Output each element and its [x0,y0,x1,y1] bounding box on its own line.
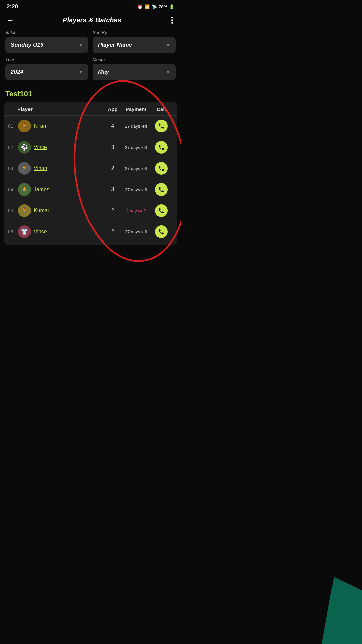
filter-row-2: Year 2024 ▼ Month May ▼ [5,57,176,80]
alarm-icon: ⏰ [137,4,143,9]
section-title: Test101 [0,88,181,102]
page-title: Players & Batches [63,16,121,24]
call-cell [149,162,173,175]
call-button[interactable] [155,183,168,196]
player-cell: 01 🏃 Kiran [8,120,103,132]
col-header-call: Call [149,106,173,112]
avatar: ⚽ [18,141,31,154]
player-name-link[interactable]: James [34,186,49,193]
player-num: 05 [8,208,15,213]
year-filter-group: Year 2024 ▼ [5,57,88,80]
table-row: 03 🏃 Vihan 2 27 days left [4,158,177,179]
call-cell [149,204,173,217]
player-name-link[interactable]: Kumar [34,208,49,214]
batch-value: Sunday U19 [11,42,43,48]
month-label: Month [93,57,176,62]
app-count: 2 [103,229,123,235]
call-cell [149,141,173,154]
year-value: 2024 [11,69,23,75]
payment-status: 27 days left [123,124,149,129]
more-dot-3 [171,22,173,24]
sortby-label: Sort By [93,30,176,35]
player-name-link[interactable]: Vihan [34,165,47,171]
call-cell [149,225,173,238]
more-options-button[interactable] [170,15,174,25]
payment-status: 2 days left [123,208,149,213]
player-name-link[interactable]: Vince [34,144,47,150]
player-cell: 02 ⚽ Vince [8,141,103,154]
batch-chevron-icon: ▼ [78,42,83,48]
payment-status: 27 days left [123,187,149,192]
batch-label: Batch [5,30,88,35]
app-count: 3 [103,186,123,193]
player-name-link[interactable]: Vince [34,229,47,235]
col-header-payment: Payment [123,106,149,112]
player-num: 02 [8,145,15,150]
year-dropdown[interactable]: 2024 ▼ [5,64,88,80]
header: ← Players & Batches [0,12,181,30]
wifi-icon: 📶 [144,4,150,9]
battery-label: 78% [159,4,167,9]
status-icons: ⏰ 📶 📡 78% 🔋 [137,4,174,9]
table-body: 01 🏃 Kiran 4 27 days left 02 ⚽ Vince 3 2… [4,116,177,242]
filters-section: Batch Sunday U19 ▼ Sort By Player Name ▼… [0,30,181,88]
sortby-value: Player Name [98,42,132,48]
player-num: 03 [8,166,15,171]
call-cell [149,183,173,196]
call-button[interactable] [155,225,168,238]
player-cell: 04 🧍 James [8,183,103,196]
sortby-dropdown[interactable]: Player Name ▼ [93,37,176,53]
call-cell [149,120,173,132]
year-label: Year [5,57,88,62]
avatar: 👕 [18,225,31,238]
call-button[interactable] [155,120,168,132]
app-count: 2 [103,165,123,171]
call-button[interactable] [155,141,168,154]
avatar: 🏃 [18,120,31,132]
batch-dropdown[interactable]: Sunday U19 ▼ [5,37,88,53]
players-table: Player App Payment Call 01 🏃 Kiran 4 27 … [4,102,177,245]
app-count: 2 [103,208,123,214]
player-cell: 06 👕 Vince [8,225,103,238]
back-button[interactable]: ← [7,16,14,25]
sortby-filter-group: Sort By Player Name ▼ [93,30,176,53]
avatar: 🧍 [18,183,31,196]
table-row: 04 🧍 James 3 27 days left [4,179,177,200]
col-header-app: App [103,106,123,112]
col-header-player: Player [8,106,103,112]
year-chevron-icon: ▼ [78,69,83,75]
call-button[interactable] [155,204,168,217]
player-num: 04 [8,187,15,192]
call-button[interactable] [155,162,168,175]
avatar: 🏃 [18,162,31,175]
battery-icon: 🔋 [169,4,174,9]
month-value: May [98,69,109,75]
more-dot-2 [171,19,173,21]
avatar: 🏃 [18,204,31,217]
batch-filter-group: Batch Sunday U19 ▼ [5,30,88,53]
player-cell: 05 🏃 Kumar [8,204,103,217]
table-row: 02 ⚽ Vince 3 27 days left [4,137,177,158]
month-chevron-icon: ▼ [166,69,170,75]
signal-icon: 📡 [152,4,157,9]
sortby-chevron-icon: ▼ [166,42,170,48]
payment-status: 27 days left [123,145,149,150]
table-row: 01 🏃 Kiran 4 27 days left [4,116,177,137]
player-cell: 03 🏃 Vihan [8,162,103,175]
app-count: 4 [103,123,123,129]
status-bar: 2:20 ⏰ 📶 📡 78% 🔋 [0,0,181,12]
table-row: 06 👕 Vince 2 27 days left [4,221,177,242]
payment-status: 27 days left [123,166,149,171]
player-name-link[interactable]: Kiran [34,123,46,129]
status-time: 2:20 [7,3,18,10]
month-filter-group: Month May ▼ [93,57,176,80]
player-num: 06 [8,229,15,234]
app-count: 3 [103,144,123,150]
table-header: Player App Payment Call [4,102,177,116]
table-row: 05 🏃 Kumar 2 2 days left [4,200,177,221]
player-num: 01 [8,123,15,129]
more-dot-1 [171,17,173,18]
filter-row-1: Batch Sunday U19 ▼ Sort By Player Name ▼ [5,30,176,53]
month-dropdown[interactable]: May ▼ [93,64,176,80]
payment-status: 27 days left [123,229,149,234]
